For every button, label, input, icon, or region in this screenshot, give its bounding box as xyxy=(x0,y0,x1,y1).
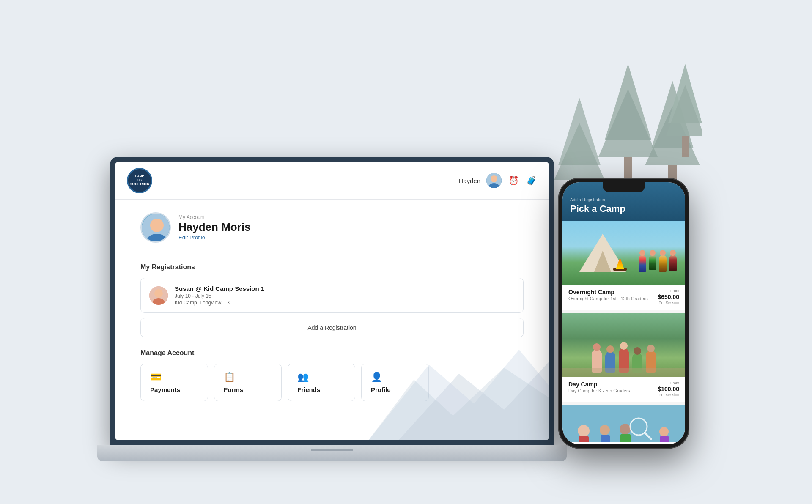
bag-icon[interactable]: 🧳 xyxy=(525,175,537,186)
svg-marker-10 xyxy=(666,85,702,136)
fire xyxy=(616,257,624,269)
profile-info: My Account Hayden Moris Edit Profile xyxy=(178,214,251,241)
friends-card[interactable]: 👥 Friends xyxy=(288,364,355,401)
svg-marker-7 xyxy=(554,123,605,180)
adventure-camp-card[interactable] xyxy=(562,405,685,442)
daycamp-price-from: From xyxy=(658,381,679,385)
reg-location: Kid Camp, Longview, TX xyxy=(175,300,264,306)
overnight-camp-image xyxy=(562,221,685,285)
registrations-section: My Registrations Susan @ Kid Camp xyxy=(140,263,524,337)
profile-section: My Account Hayden Moris Edit Profile xyxy=(140,212,524,253)
reg-info: Susan @ Kid Camp Session 1 July 10 - Jul… xyxy=(175,285,264,306)
overnight-camp-info: Overnight Camp Overnight Camp for 1st - … xyxy=(562,285,685,310)
daycamp-scene xyxy=(562,313,685,377)
overnight-price-amount: $650.00 xyxy=(658,293,679,300)
forms-card[interactable]: 📋 Forms xyxy=(214,364,282,401)
registration-card[interactable]: Susan @ Kid Camp Session 1 July 10 - Jul… xyxy=(140,278,524,313)
overnight-name: Overnight Camp xyxy=(568,289,648,296)
daycamp-price: From $100.00 Per Session xyxy=(658,381,679,397)
daycamp-name: Day Camp xyxy=(568,381,630,388)
laptop-base xyxy=(97,445,567,461)
phone-header-title: Pick a Camp xyxy=(570,203,678,214)
svg-marker-4 xyxy=(645,106,700,165)
svg-point-25 xyxy=(578,425,590,437)
laptop-content: My Account Hayden Moris Edit Profile My … xyxy=(115,200,549,440)
reg-name: Susan @ Kid Camp Session 1 xyxy=(175,285,264,292)
profile-avatar xyxy=(140,212,171,243)
kid-figure xyxy=(669,255,677,271)
phone-shell: Add a Registration Pick a Camp xyxy=(558,178,689,449)
campfire xyxy=(613,257,627,271)
svg-marker-9 xyxy=(668,64,702,123)
registrations-title: My Registrations xyxy=(140,263,524,271)
adventure-scene xyxy=(562,405,685,442)
profile-card[interactable]: 👤 Profile xyxy=(361,364,429,401)
overnight-camp-card[interactable]: Overnight Camp Overnight Camp for 1st - … xyxy=(562,221,685,310)
account-label: My Account xyxy=(178,214,251,220)
friends-label: Friends xyxy=(297,386,346,393)
laptop-navbar: CAMPCSSUPERIOR Hayden ⏰ xyxy=(115,162,549,200)
svg-marker-3 xyxy=(651,81,694,148)
nav-avatar[interactable] xyxy=(486,173,502,188)
phone-header-subtitle: Add a Registration xyxy=(570,197,678,202)
daycamp-card[interactable]: Day Camp Day Camp for K - 5th Graders Fr… xyxy=(562,313,685,402)
kid-figure xyxy=(639,255,646,272)
sack-overlay xyxy=(562,368,685,377)
svg-point-33 xyxy=(659,427,669,436)
add-registration-button[interactable]: Add a Registration xyxy=(140,318,524,337)
phone-device: Add a Registration Pick a Camp xyxy=(558,178,689,449)
phone-notch xyxy=(603,182,645,192)
forms-icon: 📋 xyxy=(224,372,272,383)
svg-point-29 xyxy=(620,424,631,435)
overnight-desc: Overnight Camp for 1st - 12th Graders xyxy=(568,296,648,301)
overnight-price-from: From xyxy=(658,289,679,293)
daycamp-price-per: Per Session xyxy=(658,393,679,397)
edit-profile-link[interactable]: Edit Profile xyxy=(178,234,251,241)
laptop-device: CAMPCSSUPERIOR Hayden ⏰ xyxy=(110,157,554,461)
nav-right: Hayden ⏰ 🧳 xyxy=(458,173,537,188)
forms-label: Forms xyxy=(224,386,272,393)
payments-card[interactable]: 💳 Payments xyxy=(140,364,208,401)
friends-icon: 👥 xyxy=(297,372,346,383)
kids-group xyxy=(639,255,677,272)
phone-body[interactable]: Overnight Camp Overnight Camp for 1st - … xyxy=(562,221,685,442)
svg-point-22 xyxy=(154,289,163,298)
manage-title: Manage Account xyxy=(140,349,524,357)
overnight-info-row: Overnight Camp Overnight Camp for 1st - … xyxy=(568,289,679,305)
profile-icon: 👤 xyxy=(371,372,419,383)
daycamp-info-row: Day Camp Day Camp for K - 5th Graders Fr… xyxy=(568,381,679,397)
overnight-text: Overnight Camp Overnight Camp for 1st - … xyxy=(568,289,648,301)
svg-marker-0 xyxy=(605,64,651,140)
reg-dates: July 10 - July 15 xyxy=(175,293,264,299)
nav-username: Hayden xyxy=(458,177,480,184)
daycamp-text: Day Camp Day Camp for K - 5th Graders xyxy=(568,381,630,393)
payments-label: Payments xyxy=(150,386,198,393)
svg-rect-26 xyxy=(579,436,589,442)
svg-marker-1 xyxy=(598,89,658,157)
main-scene: CAMPCSSUPERIOR Hayden ⏰ xyxy=(110,30,702,474)
svg-rect-28 xyxy=(601,435,610,442)
daycamp-info: Day Camp Day Camp for K - 5th Graders Fr… xyxy=(562,377,685,402)
manage-cards-container: 💳 Payments 📋 Forms 👥 Friends xyxy=(140,364,524,401)
overnight-price-per: Per Session xyxy=(658,301,679,305)
account-name: Hayden Moris xyxy=(178,221,251,233)
payments-icon: 💳 xyxy=(150,372,198,383)
laptop-screen: CAMPCSSUPERIOR Hayden ⏰ xyxy=(115,162,549,440)
daycamp-desc: Day Camp for K - 5th Graders xyxy=(568,388,630,393)
reg-avatar xyxy=(149,286,168,305)
alarm-icon[interactable]: ⏰ xyxy=(508,175,519,186)
adventure-camp-image xyxy=(562,405,685,442)
svg-point-27 xyxy=(600,425,610,435)
svg-point-19 xyxy=(150,219,164,232)
kid-figure xyxy=(649,255,656,270)
daycamp-price-amount: $100.00 xyxy=(658,386,679,392)
svg-point-13 xyxy=(491,175,497,182)
overnight-price: From $650.00 Per Session xyxy=(658,289,679,305)
svg-rect-34 xyxy=(660,436,669,442)
daycamp-image xyxy=(562,313,685,377)
svg-rect-11 xyxy=(682,136,689,157)
overnight-scene xyxy=(562,221,685,285)
phone-screen: Add a Registration Pick a Camp xyxy=(562,182,685,444)
manage-section: Manage Account 💳 Payments 📋 Forms xyxy=(140,349,524,401)
svg-marker-6 xyxy=(558,98,601,165)
